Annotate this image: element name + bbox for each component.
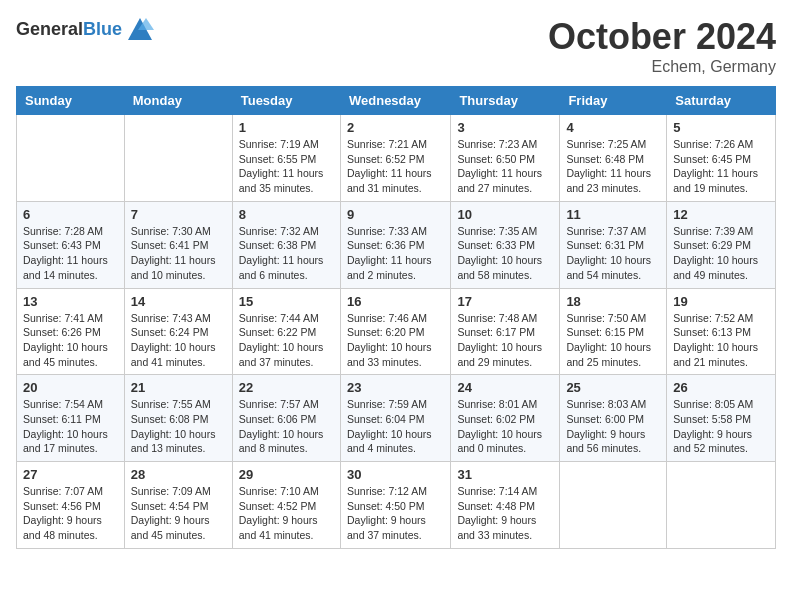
day-number: 11 [566,207,660,222]
day-info: Sunrise: 7:10 AMSunset: 4:52 PMDaylight:… [239,484,334,543]
day-number: 21 [131,380,226,395]
weekday-header-thursday: Thursday [451,87,560,115]
day-info: Sunrise: 7:30 AMSunset: 6:41 PMDaylight:… [131,224,226,283]
day-info: Sunrise: 7:37 AMSunset: 6:31 PMDaylight:… [566,224,660,283]
day-number: 10 [457,207,553,222]
day-cell-15: 15Sunrise: 7:44 AMSunset: 6:22 PMDayligh… [232,288,340,375]
title-area: October 2024 Echem, Germany [548,16,776,76]
day-cell-16: 16Sunrise: 7:46 AMSunset: 6:20 PMDayligh… [340,288,450,375]
day-info: Sunrise: 7:12 AMSunset: 4:50 PMDaylight:… [347,484,444,543]
week-row-4: 20Sunrise: 7:54 AMSunset: 6:11 PMDayligh… [17,375,776,462]
day-number: 7 [131,207,226,222]
day-cell-11: 11Sunrise: 7:37 AMSunset: 6:31 PMDayligh… [560,201,667,288]
calendar-table: SundayMondayTuesdayWednesdayThursdayFrid… [16,86,776,549]
day-number: 22 [239,380,334,395]
day-number: 5 [673,120,769,135]
day-info: Sunrise: 7:14 AMSunset: 4:48 PMDaylight:… [457,484,553,543]
weekday-header-wednesday: Wednesday [340,87,450,115]
day-info: Sunrise: 7:44 AMSunset: 6:22 PMDaylight:… [239,311,334,370]
day-cell-19: 19Sunrise: 7:52 AMSunset: 6:13 PMDayligh… [667,288,776,375]
logo-icon [126,16,154,44]
location: Echem, Germany [548,58,776,76]
day-info: Sunrise: 8:03 AMSunset: 6:00 PMDaylight:… [566,397,660,456]
day-info: Sunrise: 7:25 AMSunset: 6:48 PMDaylight:… [566,137,660,196]
day-cell-22: 22Sunrise: 7:57 AMSunset: 6:06 PMDayligh… [232,375,340,462]
empty-cell [17,115,125,202]
day-cell-13: 13Sunrise: 7:41 AMSunset: 6:26 PMDayligh… [17,288,125,375]
day-info: Sunrise: 7:26 AMSunset: 6:45 PMDaylight:… [673,137,769,196]
day-number: 24 [457,380,553,395]
day-cell-1: 1Sunrise: 7:19 AMSunset: 6:55 PMDaylight… [232,115,340,202]
day-number: 29 [239,467,334,482]
day-number: 23 [347,380,444,395]
day-info: Sunrise: 7:23 AMSunset: 6:50 PMDaylight:… [457,137,553,196]
day-number: 12 [673,207,769,222]
day-cell-4: 4Sunrise: 7:25 AMSunset: 6:48 PMDaylight… [560,115,667,202]
day-number: 14 [131,294,226,309]
day-info: Sunrise: 7:41 AMSunset: 6:26 PMDaylight:… [23,311,118,370]
day-info: Sunrise: 7:21 AMSunset: 6:52 PMDaylight:… [347,137,444,196]
weekday-header-sunday: Sunday [17,87,125,115]
day-cell-21: 21Sunrise: 7:55 AMSunset: 6:08 PMDayligh… [124,375,232,462]
day-info: Sunrise: 7:43 AMSunset: 6:24 PMDaylight:… [131,311,226,370]
day-info: Sunrise: 7:52 AMSunset: 6:13 PMDaylight:… [673,311,769,370]
day-cell-10: 10Sunrise: 7:35 AMSunset: 6:33 PMDayligh… [451,201,560,288]
weekday-header-tuesday: Tuesday [232,87,340,115]
day-info: Sunrise: 7:50 AMSunset: 6:15 PMDaylight:… [566,311,660,370]
week-row-3: 13Sunrise: 7:41 AMSunset: 6:26 PMDayligh… [17,288,776,375]
day-number: 4 [566,120,660,135]
empty-cell [667,462,776,549]
day-cell-24: 24Sunrise: 8:01 AMSunset: 6:02 PMDayligh… [451,375,560,462]
day-cell-18: 18Sunrise: 7:50 AMSunset: 6:15 PMDayligh… [560,288,667,375]
day-cell-29: 29Sunrise: 7:10 AMSunset: 4:52 PMDayligh… [232,462,340,549]
empty-cell [124,115,232,202]
day-cell-5: 5Sunrise: 7:26 AMSunset: 6:45 PMDaylight… [667,115,776,202]
week-row-5: 27Sunrise: 7:07 AMSunset: 4:56 PMDayligh… [17,462,776,549]
empty-cell [560,462,667,549]
day-info: Sunrise: 7:07 AMSunset: 4:56 PMDaylight:… [23,484,118,543]
day-info: Sunrise: 7:28 AMSunset: 6:43 PMDaylight:… [23,224,118,283]
day-info: Sunrise: 7:55 AMSunset: 6:08 PMDaylight:… [131,397,226,456]
day-number: 19 [673,294,769,309]
day-info: Sunrise: 7:59 AMSunset: 6:04 PMDaylight:… [347,397,444,456]
day-cell-3: 3Sunrise: 7:23 AMSunset: 6:50 PMDaylight… [451,115,560,202]
day-cell-28: 28Sunrise: 7:09 AMSunset: 4:54 PMDayligh… [124,462,232,549]
day-cell-8: 8Sunrise: 7:32 AMSunset: 6:38 PMDaylight… [232,201,340,288]
day-number: 25 [566,380,660,395]
day-cell-7: 7Sunrise: 7:30 AMSunset: 6:41 PMDaylight… [124,201,232,288]
day-number: 27 [23,467,118,482]
day-number: 28 [131,467,226,482]
day-cell-30: 30Sunrise: 7:12 AMSunset: 4:50 PMDayligh… [340,462,450,549]
logo-general: GeneralBlue [16,20,122,40]
day-info: Sunrise: 7:35 AMSunset: 6:33 PMDaylight:… [457,224,553,283]
day-number: 26 [673,380,769,395]
day-cell-23: 23Sunrise: 7:59 AMSunset: 6:04 PMDayligh… [340,375,450,462]
day-number: 31 [457,467,553,482]
day-info: Sunrise: 7:48 AMSunset: 6:17 PMDaylight:… [457,311,553,370]
day-info: Sunrise: 7:09 AMSunset: 4:54 PMDaylight:… [131,484,226,543]
day-number: 6 [23,207,118,222]
day-number: 18 [566,294,660,309]
day-cell-12: 12Sunrise: 7:39 AMSunset: 6:29 PMDayligh… [667,201,776,288]
week-row-1: 1Sunrise: 7:19 AMSunset: 6:55 PMDaylight… [17,115,776,202]
day-info: Sunrise: 8:01 AMSunset: 6:02 PMDaylight:… [457,397,553,456]
day-cell-9: 9Sunrise: 7:33 AMSunset: 6:36 PMDaylight… [340,201,450,288]
day-number: 30 [347,467,444,482]
day-cell-26: 26Sunrise: 8:05 AMSunset: 5:58 PMDayligh… [667,375,776,462]
day-cell-27: 27Sunrise: 7:07 AMSunset: 4:56 PMDayligh… [17,462,125,549]
day-number: 9 [347,207,444,222]
day-info: Sunrise: 7:46 AMSunset: 6:20 PMDaylight:… [347,311,444,370]
day-number: 16 [347,294,444,309]
day-number: 1 [239,120,334,135]
weekday-header-friday: Friday [560,87,667,115]
month-title: October 2024 [548,16,776,58]
day-info: Sunrise: 7:54 AMSunset: 6:11 PMDaylight:… [23,397,118,456]
day-info: Sunrise: 7:57 AMSunset: 6:06 PMDaylight:… [239,397,334,456]
weekday-header-monday: Monday [124,87,232,115]
day-number: 17 [457,294,553,309]
day-cell-14: 14Sunrise: 7:43 AMSunset: 6:24 PMDayligh… [124,288,232,375]
weekday-header-row: SundayMondayTuesdayWednesdayThursdayFrid… [17,87,776,115]
day-info: Sunrise: 7:33 AMSunset: 6:36 PMDaylight:… [347,224,444,283]
day-number: 8 [239,207,334,222]
day-info: Sunrise: 7:32 AMSunset: 6:38 PMDaylight:… [239,224,334,283]
